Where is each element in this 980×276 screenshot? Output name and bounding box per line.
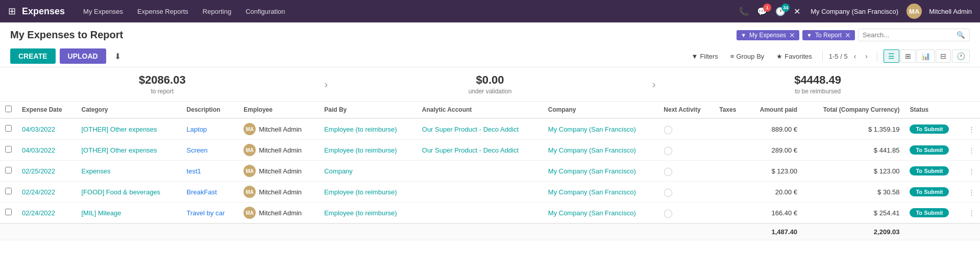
- row-checkbox-cell: [0, 182, 17, 203]
- view-activity-button[interactable]: 🕐: [952, 49, 970, 63]
- groupby-button[interactable]: ≡ Group By: [726, 51, 769, 62]
- phone-icon: 📞: [739, 7, 749, 16]
- row-date-4: 02/24/2022: [17, 203, 76, 224]
- col-total[interactable]: Total (Company Currency): [802, 102, 904, 118]
- row-paid-by-3: Employee (to reimburse): [319, 182, 417, 203]
- row-checkbox-0[interactable]: [5, 125, 12, 132]
- download-button[interactable]: ⬇: [110, 49, 125, 63]
- row-paid-by-0: Employee (to reimburse): [319, 118, 417, 140]
- to-report-amount: $2086.03: [10, 73, 314, 87]
- filters-button[interactable]: ▼ Filters: [688, 51, 722, 62]
- prev-page-button[interactable]: ‹: [851, 51, 860, 61]
- filter-remove-my-expenses[interactable]: ✕: [789, 32, 795, 39]
- footer-more-col: [963, 223, 980, 240]
- messages-button[interactable]: 💬 1: [755, 5, 769, 18]
- more-icon-0[interactable]: ⋮: [968, 126, 975, 133]
- more-icon-4[interactable]: ⋮: [968, 209, 975, 217]
- row-activity-2: ◯: [658, 161, 714, 182]
- more-icon-1[interactable]: ⋮: [968, 146, 975, 154]
- phone-button[interactable]: 📞: [737, 5, 751, 18]
- row-date-1: 04/03/2022: [17, 140, 76, 161]
- activity-circle-icon-1[interactable]: ◯: [664, 146, 673, 155]
- row-description-1: Screen: [182, 140, 239, 161]
- activity-circle-icon-2[interactable]: ◯: [664, 167, 673, 175]
- nav-my-expenses[interactable]: My Expenses: [77, 5, 129, 18]
- status-badge-1[interactable]: To Submit: [910, 145, 949, 155]
- under-validation-amount: $0.00: [338, 73, 642, 87]
- nav-reporting[interactable]: Reporting: [197, 5, 237, 18]
- row-status-1: To Submit: [904, 140, 963, 161]
- col-paid-by[interactable]: Paid By: [319, 102, 417, 118]
- row-checkbox-2[interactable]: [5, 167, 12, 173]
- close-button[interactable]: ✕: [792, 5, 802, 18]
- table-row: 04/03/2022 [OTHER] Other expenses Screen…: [0, 140, 980, 161]
- favorites-button[interactable]: ★ Favorites: [772, 51, 816, 62]
- col-description[interactable]: Description: [182, 102, 239, 118]
- employee-name-4: Mitchell Admin: [259, 209, 302, 217]
- create-button[interactable]: CREATE: [10, 48, 56, 64]
- footer-spacer: [0, 223, 746, 240]
- row-total-1: $ 441.85: [802, 140, 904, 161]
- view-pivot-button[interactable]: ⊟: [936, 49, 951, 63]
- employee-name-3: Mitchell Admin: [259, 188, 302, 196]
- status-badge-0[interactable]: To Submit: [910, 124, 949, 134]
- status-badge-2[interactable]: To Submit: [910, 166, 949, 175]
- upload-button[interactable]: UPLOAD: [60, 48, 106, 64]
- activity-circle-icon-3[interactable]: ◯: [664, 188, 673, 196]
- row-more-2: ⋮: [963, 161, 980, 182]
- col-amount-paid[interactable]: Amount paid: [746, 102, 802, 118]
- row-status-0: To Submit: [904, 118, 963, 140]
- row-company-0: My Company (San Francisco): [543, 118, 659, 140]
- more-icon-2[interactable]: ⋮: [968, 167, 975, 175]
- row-amount-paid-2: $ 123.00: [746, 161, 802, 182]
- row-category-3: [FOOD] Food & beverages: [76, 182, 181, 203]
- col-expense-date[interactable]: Expense Date: [17, 102, 76, 118]
- next-page-button[interactable]: ›: [862, 51, 871, 61]
- nav-configuration[interactable]: Configuration: [239, 5, 291, 18]
- row-checkbox-3[interactable]: [5, 188, 12, 194]
- activity-circle-icon-0[interactable]: ◯: [664, 125, 673, 134]
- row-amount-paid-3: 20.00 €: [746, 182, 802, 203]
- filter-label-to-report: To Report: [815, 32, 842, 39]
- col-company[interactable]: Company: [543, 102, 659, 118]
- search-button[interactable]: 🔍: [952, 29, 969, 41]
- employee-name-2: Mitchell Admin: [259, 167, 302, 175]
- row-checkbox-4[interactable]: [5, 209, 12, 215]
- row-more-0: ⋮: [963, 118, 980, 140]
- view-kanban-button[interactable]: ⊞: [900, 49, 916, 63]
- status-badge-4[interactable]: To Submit: [910, 208, 949, 217]
- activity-button[interactable]: 🕐 34: [773, 5, 788, 18]
- app-title[interactable]: Expenses: [22, 6, 65, 17]
- filter-remove-to-report[interactable]: ✕: [845, 32, 851, 39]
- col-status[interactable]: Status: [904, 102, 963, 118]
- nav-expense-reports[interactable]: Expense Reports: [131, 5, 194, 18]
- more-icon-3[interactable]: ⋮: [968, 188, 975, 196]
- grid-icon[interactable]: ⊞: [8, 6, 16, 17]
- footer-amount-paid: 1,487.40: [746, 223, 802, 240]
- star-icon: ★: [776, 53, 782, 60]
- select-all-checkbox[interactable]: [5, 106, 12, 112]
- activity-circle-icon-4[interactable]: ◯: [664, 209, 673, 217]
- view-list-button[interactable]: ☰: [884, 49, 899, 63]
- row-checkbox-cell: [0, 203, 17, 224]
- col-next-activity[interactable]: Next Activity: [658, 102, 714, 118]
- row-company-4: My Company (San Francisco): [543, 203, 659, 224]
- col-category[interactable]: Category: [76, 102, 181, 118]
- status-badge-3[interactable]: To Submit: [910, 187, 949, 196]
- row-checkbox-1[interactable]: [5, 146, 12, 153]
- col-analytic-account[interactable]: Analytic Account: [417, 102, 543, 118]
- filters-label: Filters: [700, 53, 718, 60]
- row-amount-paid-0: 889.00 €: [746, 118, 802, 140]
- summary-under-validation: $0.00 under validation: [338, 73, 642, 95]
- company-name: My Company (San Francisco): [811, 8, 898, 15]
- row-employee-0: MA Mitchell Admin: [238, 118, 319, 140]
- col-checkbox: [0, 102, 17, 118]
- view-chart-button[interactable]: 📊: [917, 49, 935, 63]
- employee-avatar-4: MA: [243, 207, 256, 219]
- row-employee-3: MA Mitchell Admin: [238, 182, 319, 203]
- col-employee[interactable]: Employee: [238, 102, 319, 118]
- arrow-2: ›: [642, 79, 666, 90]
- col-taxes[interactable]: Taxes: [714, 102, 746, 118]
- search-input[interactable]: [859, 29, 952, 41]
- avatar[interactable]: MA: [906, 4, 922, 19]
